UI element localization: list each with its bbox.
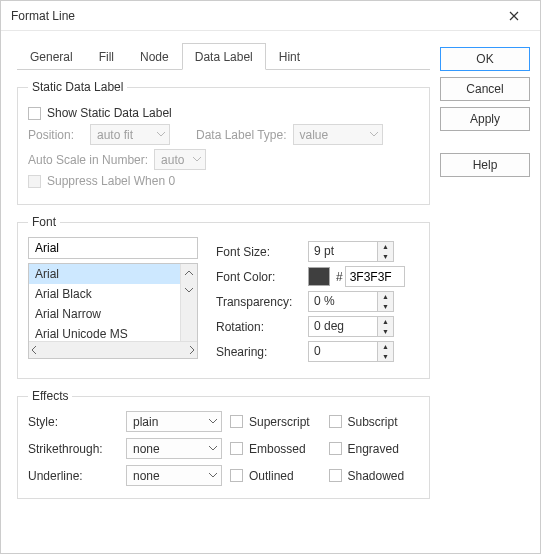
cancel-button[interactable]: Cancel	[440, 77, 530, 101]
font-legend: Font	[28, 215, 60, 229]
suppress-label: Suppress Label When 0	[47, 174, 175, 188]
rotation-value: 0 deg	[309, 317, 377, 336]
auto-scale-value: auto	[161, 153, 184, 167]
style-label: Style:	[28, 415, 118, 429]
chevron-down-icon	[209, 446, 217, 452]
spin-up-icon[interactable]: ▲	[378, 317, 393, 327]
data-label-type-value: value	[300, 128, 329, 142]
position-value: auto fit	[97, 128, 133, 142]
scroll-up-icon[interactable]	[181, 264, 197, 281]
strikethrough-label: Strikethrough:	[28, 442, 118, 456]
font-color-hex-input[interactable]	[345, 266, 405, 287]
static-legend: Static Data Label	[28, 80, 127, 94]
spin-down-icon[interactable]: ▼	[378, 252, 393, 262]
auto-scale-label: Auto Scale in Number:	[28, 153, 148, 167]
scroll-left-icon[interactable]	[31, 346, 37, 354]
transparency-value: 0 %	[309, 292, 377, 311]
show-static-checkbox[interactable]	[28, 107, 41, 120]
hash-label: #	[336, 270, 343, 284]
font-name-input[interactable]	[28, 237, 198, 259]
data-label-type-combo: value	[293, 124, 383, 145]
chevron-down-icon	[370, 132, 378, 138]
chevron-down-icon	[209, 473, 217, 479]
horizontal-scrollbar[interactable]	[29, 341, 197, 358]
shearing-value: 0	[309, 342, 377, 361]
underline-label: Underline:	[28, 469, 118, 483]
transparency-spinner[interactable]: 0 % ▲▼	[308, 291, 394, 312]
scroll-down-icon[interactable]	[181, 281, 197, 298]
engraved-checkbox[interactable]	[329, 442, 342, 455]
shearing-spinner[interactable]: 0 ▲▼	[308, 341, 394, 362]
engraved-label: Engraved	[348, 442, 399, 456]
effects-legend: Effects	[28, 389, 72, 403]
spin-down-icon[interactable]: ▼	[378, 302, 393, 312]
tab-fill[interactable]: Fill	[86, 43, 127, 70]
outlined-checkbox[interactable]	[230, 469, 243, 482]
spin-up-icon[interactable]: ▲	[378, 342, 393, 352]
scroll-right-icon[interactable]	[189, 346, 195, 354]
apply-button[interactable]: Apply	[440, 107, 530, 131]
effects-group: Effects Style: plain Superscript Subscri…	[17, 389, 430, 499]
dialog-window: Format Line General Fill Node Data Label…	[0, 0, 541, 554]
tab-hint[interactable]: Hint	[266, 43, 313, 70]
strikethrough-value: none	[133, 442, 160, 456]
underline-combo[interactable]: none	[126, 465, 222, 486]
spin-up-icon[interactable]: ▲	[378, 242, 393, 252]
font-list-item[interactable]: Arial Black	[29, 284, 197, 304]
style-combo[interactable]: plain	[126, 411, 222, 432]
rotation-spinner[interactable]: 0 deg ▲▼	[308, 316, 394, 337]
font-color-label: Font Color:	[216, 270, 308, 284]
font-size-spinner[interactable]: 9 pt ▲▼	[308, 241, 394, 262]
suppress-checkbox	[28, 175, 41, 188]
font-color-swatch[interactable]	[308, 267, 330, 286]
chevron-down-icon	[193, 157, 201, 163]
chevron-down-icon	[209, 419, 217, 425]
embossed-checkbox[interactable]	[230, 442, 243, 455]
tab-data-label[interactable]: Data Label	[182, 43, 266, 70]
position-label: Position:	[28, 128, 84, 142]
button-column: OK Cancel Apply Help	[440, 43, 530, 543]
titlebar: Format Line	[1, 1, 540, 31]
strikethrough-combo[interactable]: none	[126, 438, 222, 459]
superscript-checkbox[interactable]	[230, 415, 243, 428]
tab-strip: General Fill Node Data Label Hint	[17, 43, 430, 70]
content-area: General Fill Node Data Label Hint Static…	[17, 43, 430, 543]
subscript-checkbox[interactable]	[329, 415, 342, 428]
show-static-label: Show Static Data Label	[47, 106, 172, 120]
subscript-label: Subscript	[348, 415, 398, 429]
embossed-label: Embossed	[249, 442, 306, 456]
close-button[interactable]	[494, 2, 534, 30]
spin-down-icon[interactable]: ▼	[378, 327, 393, 337]
window-title: Format Line	[11, 9, 494, 23]
ok-button[interactable]: OK	[440, 47, 530, 71]
chevron-down-icon	[157, 132, 165, 138]
font-list-item[interactable]: Arial Narrow	[29, 304, 197, 324]
font-list-item[interactable]: Arial	[29, 264, 197, 284]
transparency-label: Transparency:	[216, 295, 308, 309]
auto-scale-combo: auto	[154, 149, 206, 170]
dialog-body: General Fill Node Data Label Hint Static…	[1, 31, 540, 553]
font-list[interactable]: Arial Arial Black Arial Narrow Arial Uni…	[28, 263, 198, 359]
spin-up-icon[interactable]: ▲	[378, 292, 393, 302]
position-combo: auto fit	[90, 124, 170, 145]
vertical-scrollbar[interactable]	[180, 264, 197, 341]
font-size-value: 9 pt	[309, 242, 377, 261]
superscript-label: Superscript	[249, 415, 310, 429]
tab-node[interactable]: Node	[127, 43, 182, 70]
static-data-label-group: Static Data Label Show Static Data Label…	[17, 80, 430, 205]
outlined-label: Outlined	[249, 469, 294, 483]
font-size-label: Font Size:	[216, 245, 308, 259]
style-value: plain	[133, 415, 158, 429]
shearing-label: Shearing:	[216, 345, 308, 359]
shadowed-checkbox[interactable]	[329, 469, 342, 482]
font-group: Font Arial Arial Black Arial Narrow Aria…	[17, 215, 430, 379]
underline-value: none	[133, 469, 160, 483]
spin-down-icon[interactable]: ▼	[378, 352, 393, 362]
close-icon	[509, 11, 519, 21]
data-label-type-label: Data Label Type:	[196, 128, 287, 142]
rotation-label: Rotation:	[216, 320, 308, 334]
tab-general[interactable]: General	[17, 43, 86, 70]
help-button[interactable]: Help	[440, 153, 530, 177]
shadowed-label: Shadowed	[348, 469, 405, 483]
